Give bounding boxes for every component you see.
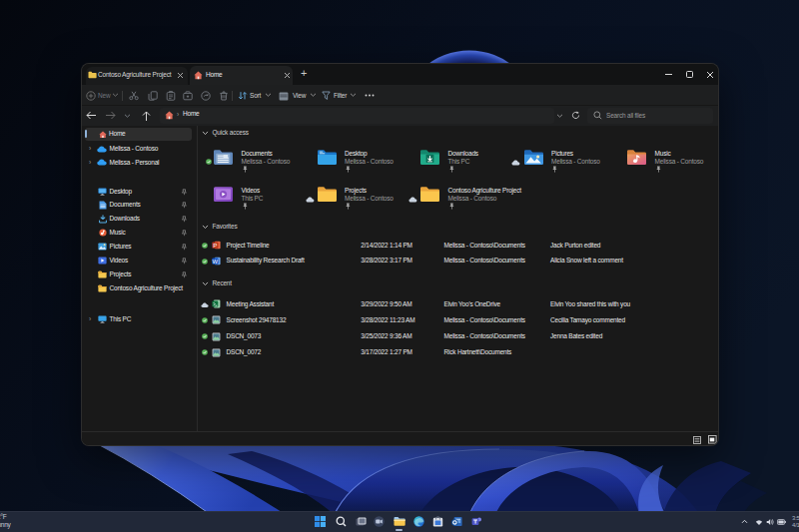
svg-text:P: P (213, 242, 217, 249)
svg-text:W: W (212, 259, 218, 265)
